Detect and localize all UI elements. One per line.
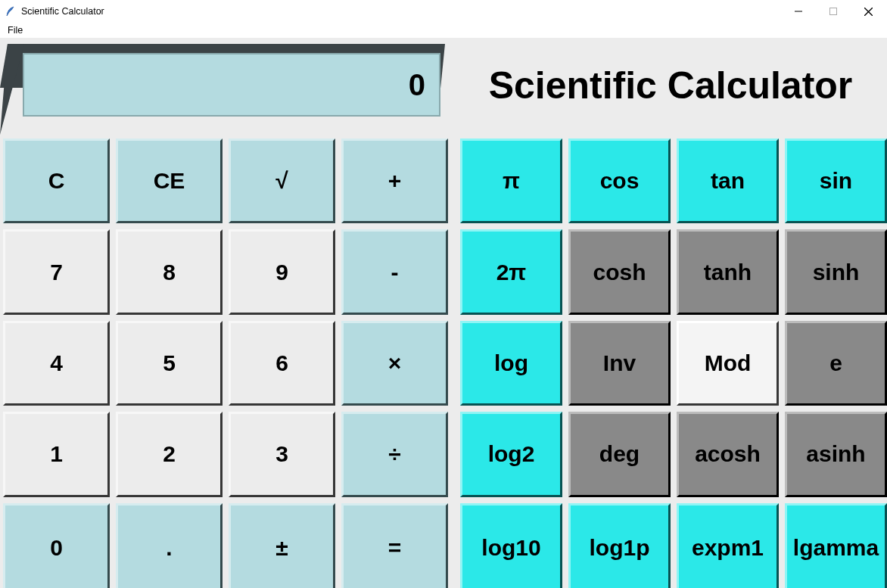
equals-button[interactable]: = (341, 503, 448, 588)
sqrt-button[interactable]: √ (229, 138, 335, 223)
digit-5-button[interactable]: 5 (116, 321, 223, 406)
svg-rect-1 (830, 8, 837, 15)
scientific-panel: π cos tan sin 2π cosh tanh sinh log Inv … (454, 132, 887, 588)
log1p-button[interactable]: log1p (568, 503, 671, 588)
digit-3-button[interactable]: 3 (229, 412, 335, 496)
heading: Scientific Calculator (489, 64, 853, 107)
digit-0-button[interactable]: 0 (3, 503, 110, 588)
digit-1-button[interactable]: 1 (3, 412, 110, 496)
menu-file[interactable]: File (5, 23, 26, 37)
tanh-button[interactable]: tanh (677, 229, 779, 314)
subtract-button[interactable]: - (341, 229, 448, 314)
inv-button[interactable]: Inv (568, 321, 671, 406)
digit-9-button[interactable]: 9 (229, 229, 335, 314)
sin-button[interactable]: sin (785, 138, 887, 223)
digit-2-button[interactable]: 2 (116, 412, 223, 496)
cosh-button[interactable]: cosh (568, 229, 671, 314)
e-button[interactable]: e (785, 321, 887, 406)
deg-button[interactable]: deg (568, 412, 671, 496)
clear-button[interactable]: C (3, 138, 110, 223)
log10-button[interactable]: log10 (460, 503, 562, 588)
maximize-button[interactable] (816, 0, 851, 23)
expm1-button[interactable]: expm1 (677, 503, 779, 588)
clear-entry-button[interactable]: CE (116, 138, 223, 223)
display-frame-left (0, 44, 24, 135)
menubar: File (0, 23, 887, 38)
divide-button[interactable]: ÷ (341, 412, 448, 496)
cos-button[interactable]: cos (568, 138, 671, 223)
window-title: Scientific Calculator (21, 6, 104, 17)
log-button[interactable]: log (460, 321, 562, 406)
digit-7-button[interactable]: 7 (3, 229, 110, 314)
decimal-button[interactable]: . (116, 503, 223, 588)
lgamma-button[interactable]: lgamma (785, 503, 887, 588)
display-value: 0 (409, 68, 425, 102)
acosh-button[interactable]: acosh (677, 412, 779, 496)
window-titlebar: Scientific Calculator (0, 0, 887, 23)
asinh-button[interactable]: asinh (785, 412, 887, 496)
two-pi-button[interactable]: 2π (460, 229, 562, 314)
close-button[interactable] (851, 0, 885, 23)
multiply-button[interactable]: × (341, 321, 448, 406)
tan-button[interactable]: tan (677, 138, 779, 223)
app-icon (5, 5, 17, 17)
plus-minus-button[interactable]: ± (229, 503, 335, 588)
display-area: 0 (0, 38, 454, 132)
mod-button[interactable]: Mod (677, 321, 779, 406)
heading-area: Scientific Calculator (454, 38, 887, 132)
add-button[interactable]: + (341, 138, 448, 223)
digit-8-button[interactable]: 8 (116, 229, 223, 314)
digit-4-button[interactable]: 4 (3, 321, 110, 406)
window-controls (781, 0, 885, 23)
numeric-panel: C CE √ + 7 8 9 - 4 5 6 × 1 2 3 ÷ 0 . ± = (0, 132, 454, 588)
pi-button[interactable]: π (460, 138, 562, 223)
sinh-button[interactable]: sinh (785, 229, 887, 314)
display: 0 (23, 53, 440, 117)
digit-6-button[interactable]: 6 (229, 321, 335, 406)
minimize-button[interactable] (781, 0, 816, 23)
calculator-app: 0 Scientific Calculator C CE √ + 7 8 9 -… (0, 38, 887, 588)
log2-button[interactable]: log2 (460, 412, 562, 496)
